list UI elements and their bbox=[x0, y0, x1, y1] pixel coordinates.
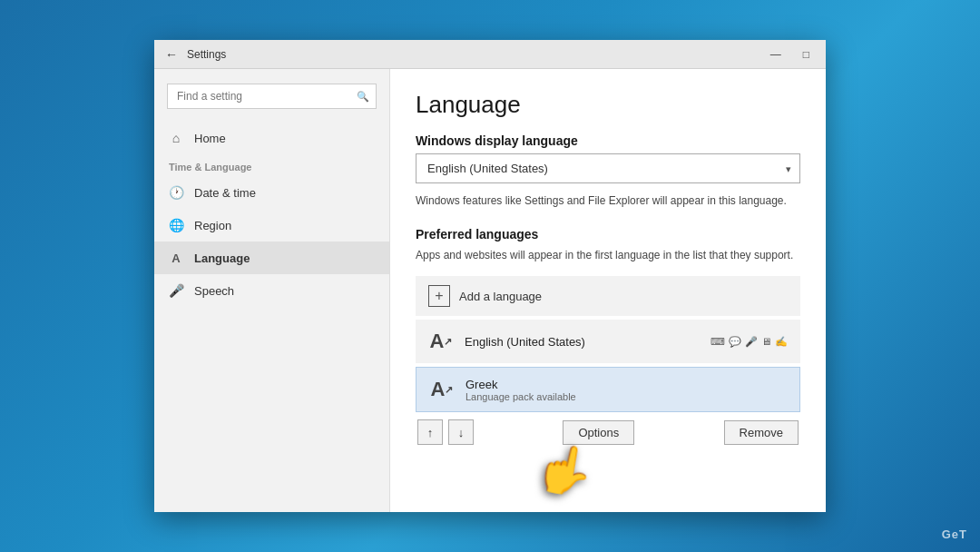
search-icon: 🔍 bbox=[357, 91, 369, 103]
display-language-dropdown-wrapper: English (United States) ▾ bbox=[416, 153, 800, 183]
language-text-greek: Greek Language pack available bbox=[466, 378, 787, 402]
preferred-languages-desc: Apps and websites will appear in the fir… bbox=[416, 247, 800, 263]
preferred-languages-title: Preferred languages bbox=[416, 227, 800, 242]
content-area: Language Windows display language Englis… bbox=[390, 69, 826, 512]
watermark: GeT bbox=[942, 527, 967, 541]
minimize-button[interactable]: — bbox=[765, 46, 787, 63]
home-icon: ⌂ bbox=[169, 131, 183, 145]
remove-button[interactable]: Remove bbox=[724, 420, 799, 445]
sidebar-item-speech-label: Speech bbox=[194, 284, 234, 298]
maximize-button[interactable]: □ bbox=[798, 46, 815, 63]
language-icon: A bbox=[169, 251, 183, 265]
search-input[interactable] bbox=[167, 84, 377, 109]
language-flags-english: ⌨ 💬 🎤 🖥 ✍ bbox=[710, 336, 788, 348]
down-arrow-icon: ↓ bbox=[458, 426, 465, 439]
language-name-greek: Greek bbox=[466, 378, 787, 391]
sidebar-section-label: Time & Language bbox=[154, 154, 389, 176]
language-icon-english: A↗ bbox=[428, 329, 454, 354]
language-icon-greek: A↗ bbox=[429, 377, 455, 402]
move-down-button[interactable]: ↓ bbox=[448, 419, 474, 445]
sidebar-item-date-time-label: Date & time bbox=[194, 186, 256, 200]
back-button[interactable]: ← bbox=[165, 47, 178, 62]
search-container: 🔍 bbox=[167, 84, 377, 109]
language-actions: ↑ ↓ Options Remove bbox=[416, 419, 800, 445]
keyboard-flag-icon: ⌨ bbox=[710, 336, 725, 348]
display-flag-icon: 🖥 bbox=[761, 336, 771, 347]
window-title: Settings bbox=[187, 48, 765, 61]
up-arrow-icon: ↑ bbox=[427, 426, 434, 439]
sidebar-item-region-label: Region bbox=[194, 219, 231, 232]
window-body: 🔍 ⌂ Home Time & Language 🕐 Date & time 🌐… bbox=[154, 69, 826, 512]
page-title: Language bbox=[416, 91, 800, 119]
add-language-label: Add a language bbox=[459, 290, 542, 303]
window-controls: — □ bbox=[765, 46, 815, 63]
title-bar: ← Settings — □ bbox=[154, 40, 826, 69]
sidebar-item-home[interactable]: ⌂ Home bbox=[154, 122, 389, 154]
language-subtext-greek: Language pack available bbox=[466, 391, 787, 402]
chat-flag-icon: 💬 bbox=[729, 336, 741, 348]
plus-icon: + bbox=[428, 285, 450, 307]
sidebar-item-speech[interactable]: 🎤 Speech bbox=[154, 274, 389, 307]
language-item-greek[interactable]: A↗ Greek Language pack available bbox=[416, 367, 800, 412]
move-up-button[interactable]: ↑ bbox=[417, 419, 443, 445]
add-language-button[interactable]: + Add a language bbox=[416, 276, 800, 316]
display-language-desc: Windows features like Settings and File … bbox=[416, 192, 800, 209]
language-item-english[interactable]: A↗ English (United States) ⌨ 💬 🎤 🖥 ✍ bbox=[416, 320, 800, 363]
language-text-english: English (United States) bbox=[465, 335, 700, 349]
preferred-languages-section: Preferred languages Apps and websites wi… bbox=[416, 227, 800, 445]
sidebar-item-home-label: Home bbox=[194, 132, 226, 145]
mic-flag-icon: 🎤 bbox=[745, 336, 758, 348]
settings-window: ← Settings — □ 🔍 ⌂ Home Time & Language … bbox=[154, 40, 826, 512]
speech-icon: 🎤 bbox=[169, 283, 183, 298]
display-language-title: Windows display language bbox=[416, 133, 800, 148]
display-language-select[interactable]: English (United States) bbox=[416, 153, 800, 183]
handwriting-flag-icon: ✍ bbox=[775, 336, 788, 348]
options-button[interactable]: Options bbox=[563, 420, 634, 445]
sidebar: 🔍 ⌂ Home Time & Language 🕐 Date & time 🌐… bbox=[154, 69, 390, 512]
sidebar-item-language-label: Language bbox=[194, 251, 250, 265]
sidebar-item-date-time[interactable]: 🕐 Date & time bbox=[154, 176, 389, 209]
region-icon: 🌐 bbox=[169, 218, 183, 232]
sidebar-item-region[interactable]: 🌐 Region bbox=[154, 209, 389, 242]
sidebar-item-language[interactable]: A Language bbox=[154, 242, 389, 274]
clock-icon: 🕐 bbox=[169, 185, 183, 200]
language-name-english: English (United States) bbox=[465, 335, 700, 349]
